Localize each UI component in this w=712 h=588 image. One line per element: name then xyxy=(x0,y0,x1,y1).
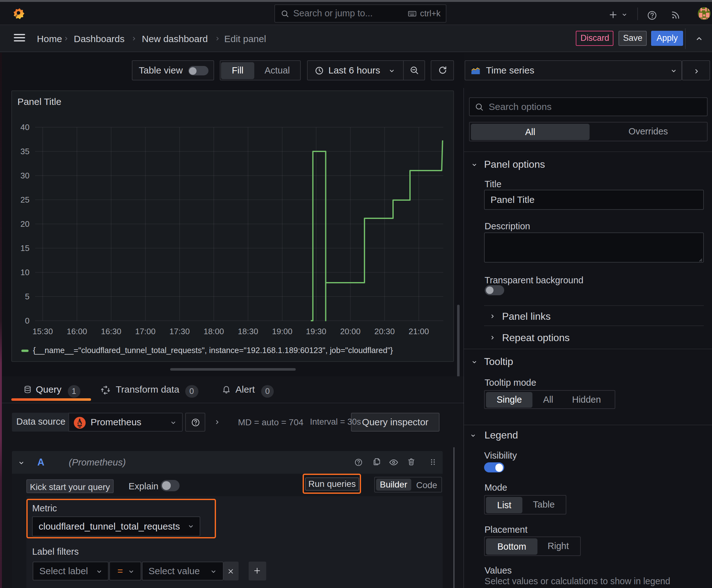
svg-text:20: 20 xyxy=(20,219,29,229)
svg-text:19:30: 19:30 xyxy=(306,327,326,336)
svg-text:17:30: 17:30 xyxy=(169,327,190,336)
svg-text:16:30: 16:30 xyxy=(101,327,121,336)
svg-text:19:00: 19:00 xyxy=(272,327,292,336)
svg-text:17:00: 17:00 xyxy=(135,327,155,336)
svg-text:18:00: 18:00 xyxy=(203,327,224,336)
svg-text:30: 30 xyxy=(20,171,29,180)
svg-text:20:00: 20:00 xyxy=(340,327,360,336)
svg-text:15:30: 15:30 xyxy=(33,327,53,336)
svg-text:40: 40 xyxy=(20,123,29,132)
svg-text:20:30: 20:30 xyxy=(374,327,395,336)
svg-text:21:00: 21:00 xyxy=(408,327,429,336)
svg-text:15: 15 xyxy=(20,244,29,253)
svg-text:10: 10 xyxy=(20,268,29,277)
svg-text:{__name__="cloudflared_tunnel_: {__name__="cloudflared_tunnel_total_requ… xyxy=(33,346,393,355)
svg-text:18:30: 18:30 xyxy=(238,327,258,336)
svg-text:16:00: 16:00 xyxy=(67,327,87,336)
svg-text:35: 35 xyxy=(20,147,29,156)
svg-text:0: 0 xyxy=(25,316,29,326)
svg-text:25: 25 xyxy=(20,195,29,205)
svg-text:5: 5 xyxy=(25,292,29,301)
